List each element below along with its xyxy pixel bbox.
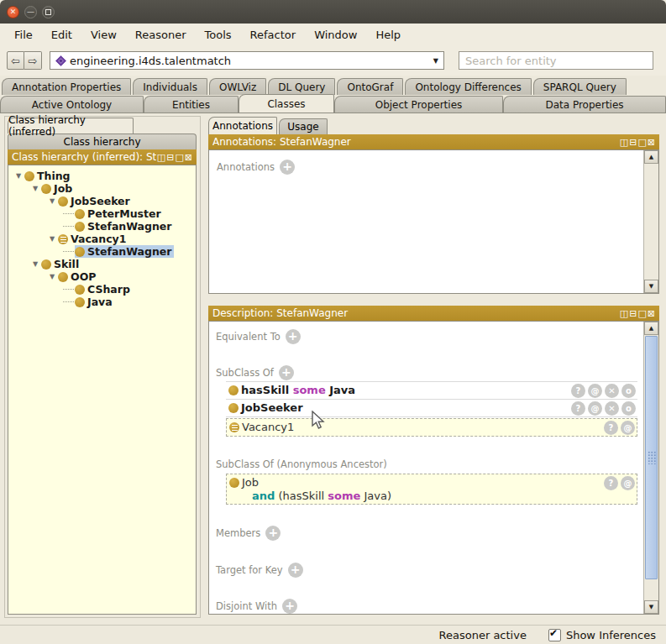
close-icon[interactable]: ⊠ <box>648 137 655 148</box>
tab-sparql-query[interactable]: SPARQL Query <box>533 78 627 95</box>
explain-button[interactable]: ? <box>604 421 618 435</box>
tree-item-skill[interactable]: ▼Skill <box>8 258 196 270</box>
tree-node[interactable]: Java <box>75 296 114 308</box>
tab-annotations[interactable]: Annotations <box>208 117 277 134</box>
tree-node[interactable]: CSharp <box>75 283 132 296</box>
edit-button[interactable]: o <box>621 384 636 398</box>
tree-node[interactable]: JobSeeker <box>58 195 132 207</box>
expander-icon[interactable]: ▼ <box>46 197 58 205</box>
split-vertical-icon[interactable]: ◫ <box>157 152 165 163</box>
menu-help[interactable]: Help <box>366 26 410 44</box>
axiom-row[interactable]: hasSkill some Java?@✕o <box>226 382 637 400</box>
tree-node[interactable]: StefanWagner <box>75 245 174 258</box>
window-close-icon[interactable]: ✕ <box>7 6 19 18</box>
active-ontology-selector[interactable]: engineering.i4ds.talentmatch ▼ <box>50 51 444 70</box>
tree-node[interactable]: Skill <box>41 258 81 270</box>
explain-button[interactable]: ? <box>571 401 585 416</box>
expander-icon[interactable]: ▼ <box>29 185 41 192</box>
tree-item-csharp[interactable]: CSharp <box>8 283 196 296</box>
expander-icon[interactable]: ▼ <box>29 260 41 268</box>
tree-item-stefanwagner[interactable]: StefanWagner <box>8 245 196 258</box>
menu-edit[interactable]: Edit <box>42 26 81 44</box>
tab-entities[interactable]: Entities <box>144 96 239 113</box>
tree-item-petermuster[interactable]: PeterMuster <box>8 207 196 220</box>
tab-classes[interactable]: Classes <box>239 94 334 113</box>
close-icon[interactable]: ⊠ <box>185 152 192 163</box>
tree-node[interactable]: Thing <box>24 170 72 182</box>
menu-view[interactable]: View <box>81 26 126 44</box>
annotations-scrollbar[interactable]: ▲ ▼ <box>643 150 658 293</box>
tab-class-hierarchy-inferred[interactable]: Class hierarchy (inferred) <box>8 118 134 134</box>
menu-tools[interactable]: Tools <box>196 26 241 44</box>
show-inferences-toggle[interactable]: ✔ Show Inferences <box>548 629 656 641</box>
tree-node[interactable]: OOP <box>58 270 97 283</box>
tab-object-properties[interactable]: Object Properties <box>334 96 503 113</box>
tree-item-jobseeker[interactable]: ▼JobSeeker <box>8 195 196 207</box>
split-vertical-icon[interactable]: ◫ <box>620 137 628 148</box>
annotate-button[interactable]: @ <box>621 476 635 490</box>
annotate-button[interactable]: @ <box>621 421 635 435</box>
menu-file[interactable]: File <box>5 26 42 44</box>
axiom-row[interactable]: JobSeeker?@✕o <box>226 400 637 417</box>
tree-item-job[interactable]: ▼Job <box>8 182 196 195</box>
split-horizontal-icon[interactable]: ⊟ <box>629 308 637 319</box>
tree-item-oop[interactable]: ▼OOP <box>8 270 196 283</box>
window-maximize-icon[interactable] <box>42 6 55 18</box>
add-equivalent-to-button[interactable]: + <box>286 329 301 344</box>
tab-ontology-differences[interactable]: Ontology Differences <box>405 78 531 95</box>
add-target-for-key-button[interactable]: + <box>288 563 303 578</box>
float-icon[interactable]: □ <box>637 137 646 148</box>
back-button[interactable]: ⇦ <box>7 51 24 70</box>
menu-reasoner[interactable]: Reasoner <box>126 26 196 44</box>
close-icon[interactable]: ⊠ <box>648 308 655 319</box>
axiom-row[interactable]: Joband (hasSkill some Java)?@ <box>226 474 637 505</box>
delete-button[interactable]: ✕ <box>605 384 619 398</box>
tab-individuals[interactable]: Individuals <box>133 78 207 95</box>
tree-item-java[interactable]: Java <box>8 296 196 308</box>
split-vertical-icon[interactable]: ◫ <box>620 308 628 319</box>
add-annotation-button[interactable]: + <box>280 160 295 175</box>
annotate-button[interactable]: @ <box>588 401 602 416</box>
scroll-up-icon[interactable]: ▲ <box>644 150 658 164</box>
tab-data-properties[interactable]: Data Properties <box>503 96 666 113</box>
add-subclass-of-button[interactable]: + <box>279 365 294 380</box>
split-horizontal-icon[interactable]: ⊟ <box>629 137 637 148</box>
tree-item-vacancy1[interactable]: ▼Vacancy1 <box>8 233 196 245</box>
scroll-up-icon[interactable]: ▲ <box>644 322 658 335</box>
tree-node[interactable]: PeterMuster <box>75 207 163 220</box>
menu-refactor[interactable]: Refactor <box>241 26 306 44</box>
tree-item-thing[interactable]: ▼Thing <box>8 170 196 182</box>
scrollbar-thumb[interactable] <box>645 336 658 579</box>
tab-ontograf[interactable]: OntoGraf <box>337 78 403 95</box>
window-minimize-icon[interactable]: — <box>24 6 37 18</box>
delete-button[interactable]: ✕ <box>605 401 619 416</box>
add-disjoint-with-button[interactable]: + <box>282 599 297 614</box>
tab-owlviz[interactable]: OWLViz <box>209 78 266 95</box>
description-scrollbar[interactable]: ▲ ▼ <box>643 322 658 614</box>
menu-window[interactable]: Window <box>305 26 366 44</box>
annotate-button[interactable]: @ <box>588 384 602 398</box>
axiom-row[interactable]: Vacancy1?@ <box>226 418 637 437</box>
expander-icon[interactable]: ▼ <box>46 273 58 280</box>
tree-node[interactable]: Job <box>41 182 74 195</box>
scroll-down-icon[interactable]: ▼ <box>644 600 658 614</box>
float-icon[interactable]: □ <box>637 308 646 319</box>
tab-active-ontology[interactable]: Active Ontology <box>0 96 144 113</box>
tree-item-stefanwagner[interactable]: StefanWagner <box>8 220 196 233</box>
tab-usage[interactable]: Usage <box>279 118 328 134</box>
tree-node[interactable]: StefanWagner <box>75 220 174 233</box>
chevron-down-icon[interactable]: ▼ <box>433 57 438 65</box>
show-inferences-checkbox[interactable]: ✔ <box>548 629 561 641</box>
tab-dl-query[interactable]: DL Query <box>268 78 335 95</box>
split-horizontal-icon[interactable]: ⊟ <box>166 152 174 163</box>
expander-icon[interactable]: ▼ <box>46 235 58 243</box>
tab-annotation-properties[interactable]: Annotation Properties <box>2 78 131 95</box>
search-input[interactable]: Search for entity <box>459 51 653 70</box>
explain-button[interactable]: ? <box>604 476 618 490</box>
float-icon[interactable]: □ <box>175 152 183 163</box>
explain-button[interactable]: ? <box>571 384 585 398</box>
tree-node[interactable]: Vacancy1 <box>58 233 128 245</box>
edit-button[interactable]: o <box>621 401 636 416</box>
scroll-down-icon[interactable]: ▼ <box>644 280 658 293</box>
expander-icon[interactable]: ▼ <box>13 172 24 180</box>
